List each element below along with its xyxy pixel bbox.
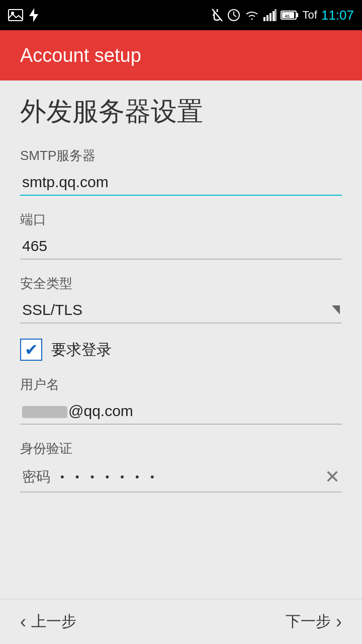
- security-field-group: 安全类型 SSL/TLS: [20, 275, 342, 324]
- next-arrow-icon: ›: [336, 611, 342, 632]
- port-input-container: [20, 233, 342, 260]
- svg-text:46: 46: [285, 14, 290, 19]
- auth-label: 身份验证: [20, 440, 342, 457]
- require-login-label: 要求登录: [51, 340, 112, 360]
- smtp-input-container: [20, 170, 342, 196]
- username-display[interactable]: @qq.com: [20, 398, 342, 425]
- svg-rect-11: [273, 11, 275, 21]
- svg-marker-2: [29, 8, 38, 22]
- page-heading: 外发服务器设置: [20, 96, 342, 127]
- port-input[interactable]: [20, 233, 342, 260]
- prev-button[interactable]: ‹ 上一步: [20, 611, 76, 632]
- status-left-icons: [8, 8, 38, 22]
- require-login-checkbox[interactable]: ✔: [20, 339, 42, 361]
- svg-rect-12: [275, 9, 277, 21]
- svg-line-7: [234, 15, 236, 17]
- next-button[interactable]: 下一步 ›: [286, 611, 342, 632]
- require-login-row: ✔ 要求登录: [20, 339, 342, 361]
- smtp-input[interactable]: [20, 170, 342, 196]
- flash-icon: [29, 8, 38, 22]
- port-field-group: 端口: [20, 211, 342, 260]
- app-bar: Account setup: [0, 30, 362, 80]
- smtp-label: SMTP服务器: [20, 147, 342, 165]
- checkbox-check-icon: ✔: [25, 342, 38, 358]
- username-field-group: 用户名 @qq.com: [20, 376, 342, 425]
- clear-password-icon[interactable]: ✕: [325, 466, 340, 488]
- bottom-nav: ‹ 上一步 下一步 ›: [0, 599, 362, 644]
- next-label: 下一步: [286, 611, 331, 632]
- security-dropdown[interactable]: SSL/TLS: [20, 297, 342, 324]
- security-dropdown-value: SSL/TLS: [22, 301, 82, 318]
- username-blur-mask: [22, 406, 67, 418]
- security-label: 安全类型: [20, 275, 342, 292]
- password-dots: • • • • • • •: [60, 470, 325, 484]
- svg-rect-14: [296, 13, 298, 17]
- username-label: 用户名: [20, 376, 342, 393]
- wifi-icon: [244, 9, 259, 21]
- time-label: 11:07: [321, 8, 354, 23]
- password-field-label: 密码: [22, 467, 50, 487]
- svg-rect-0: [9, 10, 23, 21]
- mute-icon: [211, 8, 223, 22]
- svg-rect-9: [266, 15, 268, 21]
- svg-rect-8: [263, 17, 265, 21]
- status-bar: 46 Tof 11:07: [0, 0, 362, 30]
- dropdown-arrow-icon: [332, 305, 340, 314]
- port-label: 端口: [20, 211, 342, 228]
- prev-label: 上一步: [31, 611, 76, 632]
- signal-icon: [263, 9, 277, 21]
- app-bar-title: Account setup: [20, 45, 141, 66]
- password-row: 密码 • • • • • • • ✕: [20, 462, 342, 493]
- battery-icon: 46: [281, 10, 299, 21]
- svg-rect-10: [269, 13, 272, 21]
- auth-field-group: 身份验证 密码 • • • • • • • ✕: [20, 440, 342, 493]
- prev-arrow-icon: ‹: [20, 611, 26, 632]
- carrier-label: Tof: [303, 9, 317, 22]
- username-domain: @qq.com: [68, 403, 133, 419]
- content-area: 外发服务器设置 SMTP服务器 端口 安全类型 SSL/TLS ✔ 要求登录 用…: [0, 80, 362, 599]
- smtp-field-group: SMTP服务器: [20, 147, 342, 196]
- username-input-container: @qq.com: [20, 398, 342, 425]
- clock-icon: [227, 9, 240, 22]
- status-right-icons: 46 Tof 11:07: [211, 8, 354, 23]
- image-icon: [8, 9, 23, 21]
